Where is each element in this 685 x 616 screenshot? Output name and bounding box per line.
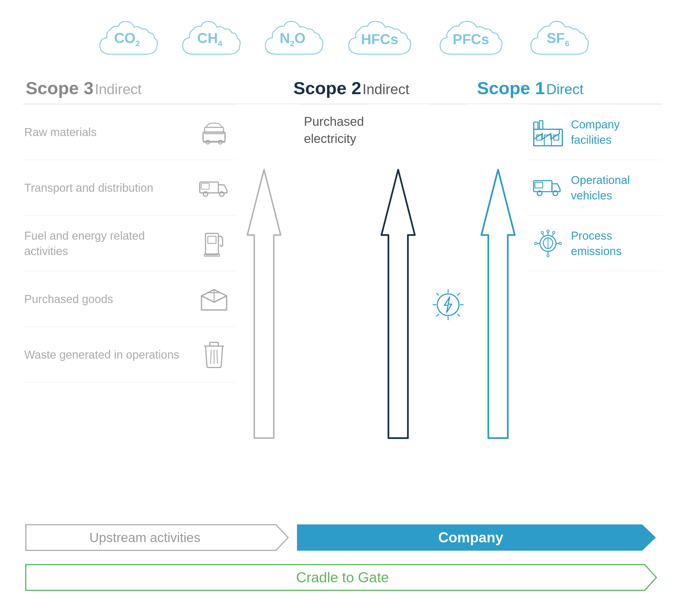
s1-row-facilities: Company facilities xyxy=(570,104,662,160)
scope3-subtitle: Indirect xyxy=(95,81,142,97)
upstream-label: Upstream activities xyxy=(89,530,200,545)
cloud-hfcs-label: HFCs xyxy=(361,31,399,47)
cloud-n2o-label: N2O xyxy=(280,30,306,48)
svg-rect-30 xyxy=(534,122,538,129)
svg-point-19 xyxy=(437,294,459,315)
svg-point-46 xyxy=(547,255,549,257)
cloud-co2: CO2 xyxy=(94,17,160,61)
icon-operational-vehicles xyxy=(527,160,570,215)
bottom-section: Upstream activities Company Cradle to Ga… xyxy=(23,522,662,593)
company-label: Company xyxy=(438,529,503,546)
svg-point-48 xyxy=(559,242,561,244)
s3-label-purchased: Purchased goods xyxy=(23,287,117,311)
scope1-data-area: Company facilities Operational vehicles … xyxy=(470,104,662,505)
s3-row-waste: Waste generated in operations xyxy=(23,327,193,382)
s3-label-fuel: Fuel and energy related activities xyxy=(23,224,193,263)
clouds-row: CO2 CH4 N2O xyxy=(23,17,662,61)
svg-line-26 xyxy=(457,293,460,295)
cloud-hfcs: HFCs xyxy=(343,17,417,61)
icon-company-facilities xyxy=(527,104,570,160)
scope3-title: Scope 3 xyxy=(26,78,93,98)
cradle-banner: Cradle to Gate xyxy=(23,562,662,593)
company-banner: Company xyxy=(294,522,662,553)
scope2-icon-col xyxy=(427,104,470,505)
cloud-ch4: CH4 xyxy=(177,17,242,61)
s3-row-purchased: Purchased goods xyxy=(23,271,193,327)
s3-label-waste: Waste generated in operations xyxy=(23,343,184,367)
svg-point-51 xyxy=(553,232,555,234)
scope3-text-col: Raw materials Transport and distribution… xyxy=(23,104,193,505)
scope2-electricity-icon xyxy=(430,104,467,505)
scope2-text-col: Purchased electricity xyxy=(293,104,370,505)
s1-label-facilities: Company facilities xyxy=(570,112,662,152)
icon-process-emissions xyxy=(527,215,570,271)
svg-rect-36 xyxy=(535,182,543,188)
scope3-icon-col xyxy=(193,104,235,505)
cloud-pfcs: PFCs xyxy=(434,17,508,61)
svg-point-52 xyxy=(541,232,543,234)
icon-transport xyxy=(193,160,235,215)
svg-line-24 xyxy=(436,293,439,295)
diagram-wrapper: Scope 3 Indirect Scope 2 Indirect Scope … xyxy=(23,79,662,505)
scope2-header: Scope 2 Indirect xyxy=(285,79,460,98)
scope3-header: Scope 3 Indirect xyxy=(23,79,285,98)
data-area: Raw materials Transport and distribution… xyxy=(23,104,662,505)
svg-rect-31 xyxy=(539,121,543,129)
s3-label-raw-materials: Raw materials xyxy=(23,120,101,144)
icon-waste xyxy=(193,327,235,382)
upstream-banner: Upstream activities xyxy=(23,522,294,553)
svg-rect-28 xyxy=(534,129,562,146)
cloud-co2-label: CO2 xyxy=(114,30,140,48)
scope1-arrow-col xyxy=(470,104,527,505)
svg-rect-10 xyxy=(208,236,216,243)
s1-row-process: Process emissions xyxy=(570,215,662,271)
s2-purchased-cell: Purchased electricity xyxy=(298,104,370,505)
s2-purchased-label: Purchased electricity xyxy=(304,114,364,145)
svg-line-18 xyxy=(217,350,217,364)
scope2-title: Scope 2 xyxy=(294,78,361,98)
svg-point-47 xyxy=(535,242,537,244)
cloud-n2o: N2O xyxy=(260,17,325,61)
scope1-text-col: Company facilities Operational vehicles … xyxy=(570,104,662,505)
icon-fuel xyxy=(193,215,235,271)
cradle-label: Cradle to Gate xyxy=(296,569,389,586)
s1-row-vehicles: Operational vehicles xyxy=(570,160,662,215)
svg-line-16 xyxy=(211,350,211,364)
s3-row-fuel: Fuel and energy related activities xyxy=(23,215,193,271)
scope1-icon-col xyxy=(527,104,570,505)
cloud-sf6: SF6 xyxy=(525,17,591,61)
svg-line-25 xyxy=(457,314,460,316)
cloud-pfcs-label: PFCs xyxy=(453,31,489,47)
icon-raw-materials xyxy=(193,104,235,160)
s1-label-process: Process emissions xyxy=(570,224,662,263)
scope3-data-area: Raw materials Transport and distribution… xyxy=(23,104,293,505)
banners-row-1: Upstream activities Company xyxy=(23,522,662,553)
svg-point-45 xyxy=(547,230,549,232)
scope3-arrow-col xyxy=(235,104,293,505)
scope1-title: Scope 1 xyxy=(477,78,545,98)
cloud-sf6-label: SF6 xyxy=(547,30,569,48)
icon-purchased-goods xyxy=(193,271,235,327)
scope1-subtitle: Direct xyxy=(546,81,584,97)
s3-label-transport: Transport and distribution xyxy=(23,176,157,200)
s3-row-transport: Transport and distribution xyxy=(23,160,193,215)
scope2-subtitle: Indirect xyxy=(363,81,409,97)
svg-rect-1 xyxy=(205,128,223,134)
scope1-header: Scope 1 Direct xyxy=(460,79,662,98)
s3-row-raw-materials: Raw materials xyxy=(23,104,193,160)
svg-rect-15 xyxy=(210,343,218,346)
scope2-data-area: Purchased electricity xyxy=(293,104,470,505)
svg-rect-6 xyxy=(201,183,209,189)
cloud-ch4-label: CH4 xyxy=(197,30,222,48)
svg-line-27 xyxy=(436,314,439,316)
scopes-header-row: Scope 3 Indirect Scope 2 Indirect Scope … xyxy=(23,79,662,104)
s1-label-vehicles: Operational vehicles xyxy=(570,168,662,207)
scope2-arrow-col xyxy=(370,104,427,505)
page-container: CO2 CH4 N2O xyxy=(0,0,685,616)
